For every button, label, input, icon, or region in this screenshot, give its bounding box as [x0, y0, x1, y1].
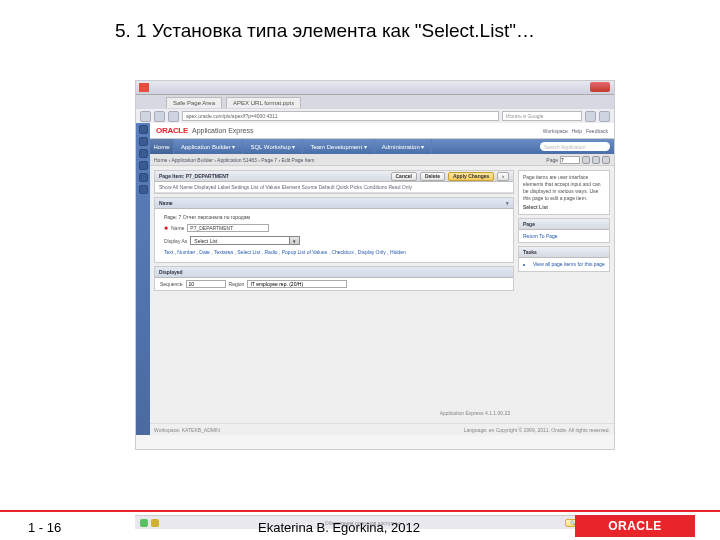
footer-copyright: Language: en Copyright © 1999, 2011, Ora… [464, 427, 610, 433]
breadcrumb: Home › Application Builder › Application… [150, 154, 614, 166]
select-value: Select List [191, 238, 289, 244]
apex-version: Application Express 4.1.1.00.23 [154, 408, 514, 420]
opera-icon [139, 83, 149, 92]
apply-button[interactable]: Apply Changes [448, 172, 494, 181]
workarea: Page Item: P7_DEPARTMENT Cancel Delete A… [150, 166, 614, 423]
displayed-header-text: Displayed [159, 269, 183, 275]
menu-sql[interactable]: SQL Workshop ▾ [243, 139, 303, 154]
menu-home[interactable]: Home [150, 139, 174, 154]
displayed-header: Displayed [155, 267, 513, 278]
displayed-region: Displayed Sequence 10 Region IT employee… [154, 266, 514, 291]
side-column: Page items are user interface elements t… [518, 170, 610, 419]
collapse-icon[interactable]: ▾ [506, 200, 509, 206]
task-link[interactable]: View all page items for this page [533, 261, 605, 267]
workspace-link[interactable]: Workspace [543, 128, 568, 134]
breadcrumb-text[interactable]: Home › Application Builder › Application… [154, 157, 314, 163]
brand-links: Workspace Help Feedback [543, 128, 608, 134]
slide-author: Ekaterina B. Egorkina, 2012 [258, 520, 420, 535]
oracle-logo: ORACLE [156, 126, 188, 135]
window-chrome [136, 81, 614, 95]
page-box-header: Page [523, 221, 535, 227]
type-links-text[interactable]: Text , Number , Date , Textarea , Select… [164, 249, 406, 255]
bookmark-icon[interactable] [585, 111, 596, 122]
next-icon[interactable] [602, 156, 610, 164]
app-search[interactable]: Search Application [540, 142, 610, 151]
quick-type-links[interactable]: Text , Number , Date , Textarea , Select… [159, 247, 509, 259]
footer-workspace: Workspace: KATEKB_ADMIN [154, 427, 220, 433]
info-box: Page items are user interface elements t… [518, 170, 610, 215]
page-input[interactable] [560, 156, 580, 164]
address-bar[interactable]: apex.oracle.com/pls/apex/f?p=4000:4311 [182, 111, 499, 121]
red-divider [0, 510, 720, 512]
sub-tabs[interactable]: Show All Name Displayed Label Settings L… [155, 182, 513, 193]
chevron-down-icon: ▾ [289, 237, 299, 244]
apex-footer: Workspace: KATEKB_ADMIN Language: en Cop… [150, 423, 614, 435]
status-icon[interactable] [151, 519, 159, 527]
address-row: apex.oracle.com/pls/apex/f?p=4000:4311 И… [136, 109, 614, 123]
tasks-header: Tasks [523, 249, 537, 255]
page-wrap: ORACLE Application Express Workspace Hel… [136, 123, 614, 435]
menu-admin[interactable]: Administration ▾ [375, 139, 433, 154]
region-label: Region [229, 281, 245, 287]
rail-icon[interactable] [139, 173, 148, 182]
item-name-label: Name [171, 225, 184, 231]
menu-app-builder[interactable]: Application Builder ▾ [174, 139, 243, 154]
page-selector: Page [546, 156, 610, 164]
page-hint: Page: 7 Отчет персонала по городам [164, 214, 250, 220]
menu-team[interactable]: Team Development ▾ [303, 139, 374, 154]
prev-icon[interactable] [592, 156, 600, 164]
brand-bar: ORACLE Application Express Workspace Hel… [150, 123, 614, 139]
go-icon[interactable] [582, 156, 590, 164]
page-item-region: Page Item: P7_DEPARTMENT Cancel Delete A… [154, 170, 514, 194]
forward-icon[interactable] [154, 111, 165, 122]
page-label: Page [546, 157, 558, 163]
slide-title: 5. 1 Установка типа элемента как "Select… [115, 20, 535, 42]
apex-menu: Home Application Builder ▾ SQL Workshop … [150, 139, 614, 154]
feedback-link[interactable]: Feedback [586, 128, 608, 134]
info-type: Select List [523, 204, 605, 211]
reload-icon[interactable] [168, 111, 179, 122]
display-as-label: Display As [164, 238, 187, 244]
next-item-icon[interactable]: › [497, 172, 509, 181]
rail-add-icon[interactable] [139, 185, 148, 194]
oracle-footer-logo: ORACLE [575, 515, 695, 537]
info-text: Page items are user interface elements t… [523, 174, 605, 202]
close-icon[interactable] [590, 82, 610, 92]
name-header: Name ▾ [155, 198, 513, 209]
delete-button[interactable]: Delete [420, 172, 445, 181]
subtab-links[interactable]: Show All Name Displayed Label Settings L… [159, 184, 412, 190]
item-name-field[interactable]: P7_DEPARTMENT [187, 224, 269, 232]
name-header-text: Name [159, 200, 173, 206]
status-icon[interactable] [140, 519, 148, 527]
product-name: Application Express [192, 127, 253, 134]
region-header: Page Item: P7_DEPARTMENT Cancel Delete A… [155, 171, 513, 182]
page-box: Page Return To Page [518, 218, 610, 243]
rail-icon[interactable] [139, 149, 148, 158]
region-select[interactable]: IT employee rep. (20/H) [247, 280, 347, 288]
display-as-select[interactable]: Select List ▾ [190, 236, 300, 245]
browser-screenshot: Safe Page Area APEX URL format.pptx apex… [135, 80, 615, 450]
apex-main: ORACLE Application Express Workspace Hel… [150, 123, 614, 435]
sequence-label: Sequence [160, 281, 183, 287]
browser-tab[interactable]: Safe Page Area [166, 97, 222, 108]
region-title: Page Item: P7_DEPARTMENT [159, 173, 229, 179]
search-box[interactable]: Искать в Google [502, 111, 582, 121]
cancel-button[interactable]: Cancel [391, 172, 417, 181]
return-link[interactable]: Return To Page [519, 230, 609, 242]
back-icon[interactable] [140, 111, 151, 122]
sidebar-rail [136, 123, 150, 435]
help-link[interactable]: Help [572, 128, 582, 134]
slide-page-number: 1 - 16 [28, 520, 61, 535]
center-column: Page Item: P7_DEPARTMENT Cancel Delete A… [154, 170, 514, 419]
rail-icon[interactable] [139, 137, 148, 146]
slide: 5. 1 Установка типа элемента как "Select… [0, 0, 720, 540]
sequence-field[interactable]: 10 [186, 280, 226, 288]
browser-tabs: Safe Page Area APEX URL format.pptx [136, 95, 614, 109]
browser-tab[interactable]: APEX URL format.pptx [226, 97, 301, 108]
rail-icon[interactable] [139, 125, 148, 134]
tasks-box: Tasks View all page items for this page [518, 246, 610, 272]
rail-icon[interactable] [139, 161, 148, 170]
name-region: Name ▾ Page: 7 Отчет персонала по города… [154, 197, 514, 263]
menu-icon[interactable] [599, 111, 610, 122]
